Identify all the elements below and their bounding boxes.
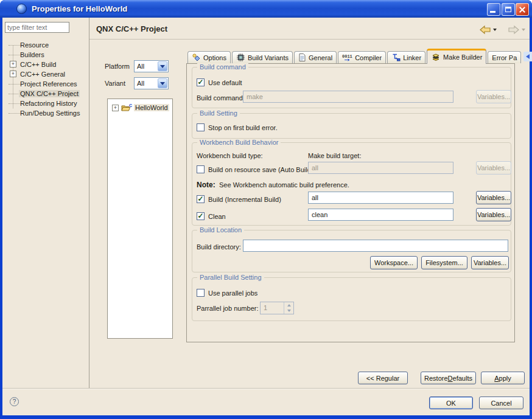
back-dropdown-icon[interactable] [493,29,497,31]
sidebar-item-run-debug[interactable]: Run/Debug Settings [5,108,88,118]
tab-make-builder[interactable]: Make Builder [427,49,486,64]
parallel-jobs-spinner[interactable]: 1 [260,302,294,314]
maximize-button[interactable] [502,3,515,16]
tab-general[interactable]: General [294,51,337,63]
chip-icon [236,53,245,62]
group-build-setting: Build Setting Stop on first build error. [192,113,511,139]
tab-options[interactable]: Options [187,51,231,63]
group-title: Workbench Build Behavior [197,139,281,146]
spinner-up-button[interactable] [284,302,293,308]
expand-plus-icon[interactable]: + [10,71,16,77]
make-builder-icon [431,53,441,62]
spinner-down-button[interactable] [284,308,293,314]
tab-label: General [309,54,332,61]
chevron-down-icon [160,82,165,85]
filesystem-button[interactable]: Filesystem... [421,256,467,269]
variables-button[interactable]: Variables... [476,90,511,103]
variant-dropdown-button[interactable] [158,78,167,88]
sidebar-item-builders[interactable]: Builders [5,50,88,60]
sidebar-item-resource[interactable]: Resource [5,40,88,50]
expand-plus-icon[interactable]: + [112,105,119,111]
use-default-checkbox[interactable]: ✓ [197,78,205,86]
sidebar-item-qnx-project[interactable]: QNX C/C++ Project [5,89,88,99]
clean-checkbox[interactable]: ✓ [197,212,205,220]
tab-linker[interactable]: Linker [387,51,425,63]
incremental-build-label: Build (Incremental Build) [208,196,281,203]
parallel-jobs-label: Parrallel job number: [197,305,259,312]
expand-plus-icon[interactable]: + [10,61,16,68]
auto-build-checkbox[interactable] [197,165,205,173]
use-parallel-checkbox[interactable] [197,289,205,297]
cancel-button[interactable]: Cancel [479,396,523,409]
sidebar-item-cpp-build[interactable]: + C/C++ Build [5,60,88,69]
forward-dropdown-icon [522,29,525,31]
use-default-label: Use default [208,79,242,86]
restore-defaults-button[interactable]: Restore Defaults [421,372,476,384]
svg-text:0011: 0011 [342,54,352,59]
variables-button[interactable]: Variables... [476,161,511,175]
forward-button[interactable] [507,24,525,35]
filter-input[interactable] [5,22,69,33]
auto-build-target-input[interactable]: all [308,162,453,174]
spinner-down-icon [287,310,291,312]
tab-label: Compiler [355,54,382,61]
sidebar-item-label: C/C++ General [20,71,65,78]
page-title: QNX C/C++ Project [96,24,167,33]
platform-select[interactable]: All [134,60,169,72]
tab-error-parsers[interactable]: Error Pa [488,51,521,63]
sidebar-item-project-references[interactable]: Project References [5,79,88,89]
binary-icon: 0011 [342,53,352,62]
document-icon [298,53,306,62]
tab-scroll-left-icon[interactable] [526,54,530,59]
variant-select[interactable]: All [134,77,169,89]
group-title: Build Location [197,226,244,234]
tab-label: Build Variants [248,54,289,61]
sidebar-item-label: Run/Debug Settings [20,109,80,117]
tree-item-helloworld[interactable]: + C HelloWorld [112,103,173,113]
make-build-target-label: Make build target: [308,152,361,159]
incremental-build-checkbox[interactable]: ✓ [197,195,205,203]
build-directory-input[interactable] [243,240,508,252]
back-button[interactable] [478,24,497,35]
workbench-build-type-label: Workbench build type: [197,152,263,159]
build-directory-label: Build directory: [197,243,241,251]
stop-on-error-checkbox[interactable] [197,123,205,131]
sidebar-separator [89,18,89,389]
incremental-target-input[interactable]: all [308,192,453,204]
c-project-folder-icon: C [121,103,133,113]
build-command-input[interactable]: make [243,91,453,103]
properties-dialog: Properties for HelloWorld Resource Build… [0,0,532,419]
variables-button[interactable]: Variables... [476,191,511,204]
tab-compiler[interactable]: 0011 Compiler [338,51,386,63]
platform-dropdown-button[interactable] [158,61,167,71]
clean-target-input[interactable]: clean [308,209,453,221]
back-arrow-icon [478,25,492,35]
close-button[interactable] [516,3,529,16]
tab-build-variants[interactable]: Build Variants [232,51,293,63]
variables-button[interactable]: Variables... [471,256,509,269]
project-tree-panel[interactable]: + C HelloWorld [107,99,173,339]
group-build-command: Build command ✓ Use default Build comman… [192,67,511,108]
sidebar-item-refactoring-history[interactable]: Refactoring History [5,99,88,108]
tab-label: Options [203,54,226,61]
workspace-button[interactable]: Workspace... [370,256,418,269]
regular-button[interactable]: << Regular [358,372,408,384]
apply-button[interactable]: Apply [481,372,525,384]
options-icon [192,53,201,62]
check-mark: ✓ [197,212,203,220]
group-workbench-behavior: Workbench Build Behavior Workbench build… [192,142,511,226]
minimize-button[interactable] [487,3,500,16]
tree-item-label: HelloWorld [134,104,169,111]
variables-button[interactable]: Variables... [476,208,511,221]
sidebar-item-label-selected: QNX C/C++ Project [19,90,80,97]
maximize-icon [505,7,511,12]
window-titlebar[interactable]: Properties for HelloWorld [0,0,532,18]
ok-button[interactable]: OK [429,396,473,409]
platform-value: All [137,63,144,70]
tab-label: Linker [403,54,421,61]
group-title: Build Setting [197,109,240,117]
sidebar-item-cpp-general[interactable]: + C/C++ General [5,69,88,79]
chevron-down-icon [160,65,165,68]
help-icon[interactable]: ? [10,397,19,406]
tab-label: Error Pa [492,54,517,61]
